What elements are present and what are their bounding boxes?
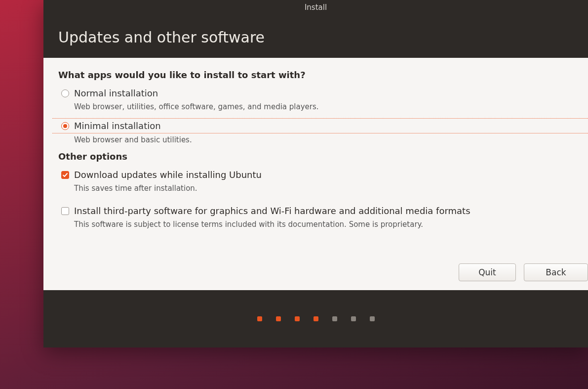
progress-dot (295, 316, 300, 321)
titlebar: Install (43, 0, 588, 15)
button-row: Quit Back (459, 263, 588, 281)
progress-dot (276, 316, 281, 321)
other-options-heading: Other options (58, 151, 573, 162)
progress-dot (257, 316, 262, 321)
option-label: Minimal installation (74, 121, 161, 131)
option-minimal-desc: Web browser and basic utilities. (74, 135, 573, 144)
content-area: What apps would you like to install to s… (43, 58, 588, 290)
back-button[interactable]: Back (524, 263, 588, 281)
progress-dot (370, 316, 375, 321)
button-label: Quit (478, 267, 496, 277)
checkbox-label: Download updates while installing Ubuntu (74, 170, 262, 180)
progress-dot (351, 316, 356, 321)
page-title: Updates and other software (58, 29, 265, 46)
checkbox-icon (61, 171, 69, 179)
progress-dot (314, 316, 318, 321)
button-label: Back (546, 267, 566, 277)
quit-button[interactable]: Quit (459, 263, 516, 281)
checkbox-third-party[interactable]: Install third-party software for graphic… (58, 204, 573, 218)
radio-icon (61, 89, 69, 97)
checkbox-download-updates[interactable]: Download updates while installing Ubuntu (58, 168, 573, 182)
apps-question: What apps would you like to install to s… (58, 70, 573, 80)
option-minimal-install[interactable]: Minimal installation (52, 118, 588, 133)
radio-icon (61, 122, 69, 130)
option-normal-desc: Web browser, utilities, office software,… (74, 102, 573, 111)
option-label: Normal installation (74, 88, 158, 98)
window-title: Install (305, 3, 327, 12)
checkbox-download-updates-desc: This saves time after installation. (74, 184, 573, 193)
progress-dots (43, 290, 588, 347)
progress-dot (332, 316, 337, 321)
checkbox-label: Install third-party software for graphic… (74, 206, 470, 216)
checkbox-icon (61, 207, 69, 215)
option-normal-install[interactable]: Normal installation (58, 86, 573, 100)
checkbox-third-party-desc: This software is subject to license term… (74, 220, 573, 229)
page-header: Updates and other software (43, 15, 588, 58)
installer-window: Install Updates and other software What … (43, 0, 588, 347)
